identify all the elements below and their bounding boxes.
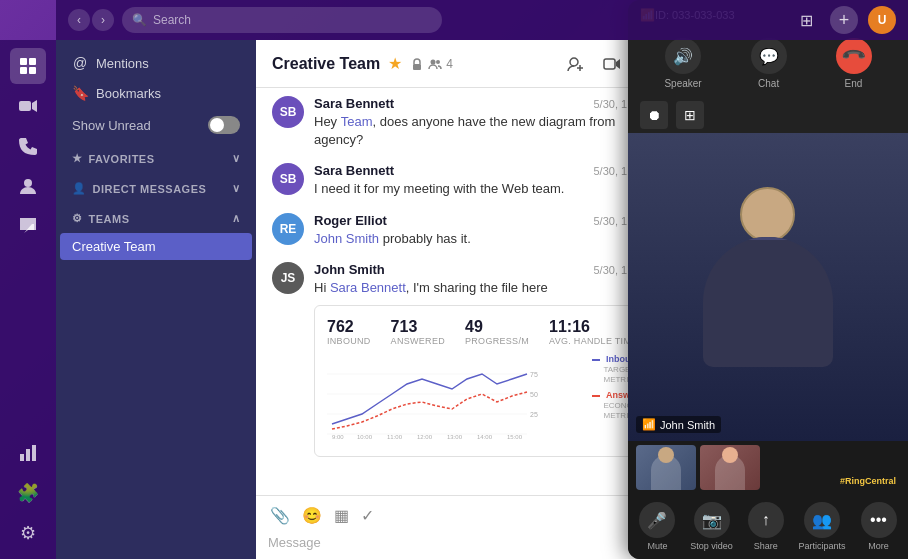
chat-button[interactable]: 💬 Chat: [751, 38, 787, 89]
avatar: SB: [272, 163, 304, 195]
chat-label: Chat: [758, 78, 779, 89]
active-team-label: Creative Team: [72, 239, 156, 254]
svg-rect-8: [26, 449, 30, 461]
speaker-button[interactable]: 🔊 Speaker: [664, 38, 701, 89]
share-button[interactable]: ↑ Share: [748, 502, 784, 551]
direct-messages-header[interactable]: 👤 DIRECT MESSAGES ∨: [60, 176, 252, 201]
add-icon[interactable]: +: [830, 6, 858, 34]
check-icon[interactable]: ✓: [359, 504, 376, 527]
emoji-icon[interactable]: 😊: [300, 504, 324, 527]
stop-video-icon: 📷: [694, 502, 730, 538]
grid-apps-icon[interactable]: ⊞: [792, 6, 820, 34]
stop-video-button[interactable]: 📷 Stop video: [690, 502, 733, 551]
nav-forward-button[interactable]: ›: [92, 9, 114, 31]
sidebar-item-phone[interactable]: [10, 128, 46, 164]
end-call-button[interactable]: 📞 End: [836, 38, 872, 89]
svg-point-6: [24, 179, 32, 187]
show-unread-toggle[interactable]: [208, 116, 240, 134]
thumb-person-2: [700, 445, 760, 490]
video-call-overlay: 📶 ID: 033-033-033 0:37 🔊 Speaker 💬 Chat …: [628, 0, 908, 559]
nav-back-button[interactable]: ‹: [68, 9, 90, 31]
speaker-label: Speaker: [664, 78, 701, 89]
person-body: [703, 237, 833, 367]
lock-icon: [410, 57, 424, 71]
message-input[interactable]: [268, 535, 666, 550]
svg-text:75: 75: [530, 371, 538, 378]
sender-name: Sara Bennett: [314, 96, 394, 111]
thumb-person-1: [636, 445, 696, 490]
sidebar-item-bookmarks[interactable]: 🔖 Bookmarks: [60, 79, 252, 107]
message-content: John Smith 5/30, 1:13 PM Hi Sara Bennett…: [314, 262, 662, 457]
person-head: [740, 187, 795, 242]
search-placeholder: Search: [153, 13, 191, 27]
sidebar-item-creative-team[interactable]: Creative Team: [60, 233, 252, 260]
gif-icon[interactable]: ▦: [332, 504, 351, 527]
record-button[interactable]: ⏺: [640, 101, 668, 129]
speaker-icon: 🔊: [665, 38, 701, 74]
message-text: John Smith probably has it.: [314, 230, 662, 248]
attachment-icon[interactable]: 📎: [268, 504, 292, 527]
thumbnail-2[interactable]: [700, 445, 760, 490]
stat-value: 11:16: [549, 318, 638, 336]
sidebar-item-contacts[interactable]: [10, 168, 46, 204]
table-row: SB Sara Bennett 5/30, 1:13 PM Hey Team, …: [272, 96, 662, 149]
messages-area: SB Sara Bennett 5/30, 1:13 PM Hey Team, …: [256, 88, 678, 495]
sender-name: John Smith: [314, 262, 385, 277]
svg-text:15:00: 15:00: [507, 434, 523, 439]
sidebar-item-activity[interactable]: [10, 48, 46, 84]
thumb-head-2: [722, 447, 738, 463]
member-count: 4: [446, 57, 453, 71]
mute-label: Mute: [647, 541, 667, 551]
stat-label: INBOUND: [327, 336, 371, 346]
sidebar-item-messages[interactable]: [10, 208, 46, 244]
svg-text:12:00: 12:00: [417, 434, 433, 439]
add-member-icon[interactable]: [562, 50, 590, 78]
mention: John Smith: [314, 231, 379, 246]
layout-button[interactable]: ⊞: [676, 101, 704, 129]
stat-label: AVG. HANDLE TIME: [549, 336, 638, 346]
sidebar-item-apps[interactable]: 🧩: [10, 475, 46, 511]
video-thumbnails: #RingCentral: [628, 441, 908, 494]
favorite-star-icon[interactable]: ★: [388, 54, 402, 73]
mute-button[interactable]: 🎤 Mute: [639, 502, 675, 551]
mute-icon: 🎤: [639, 502, 675, 538]
share-label: Share: [754, 541, 778, 551]
avatar: JS: [272, 262, 304, 294]
thumb-silhouette-1: [651, 455, 681, 490]
favorites-header[interactable]: ★ FAVORITES ∨: [60, 146, 252, 171]
stat-label: ANSWERED: [391, 336, 445, 346]
svg-text:13:00: 13:00: [447, 434, 463, 439]
chart-visualization: 75 50 25 9:00 10:00: [327, 354, 649, 444]
message-text: Hi Sara Bennett, I'm sharing the file he…: [314, 279, 662, 297]
search-bar[interactable]: 🔍 Search: [122, 7, 442, 33]
nav-arrows: ‹ ›: [68, 9, 114, 31]
sender-name: Roger Elliot: [314, 213, 387, 228]
svg-point-11: [431, 59, 436, 64]
call-bottom-controls: 🎤 Mute 📷 Stop video ↑ Share 👥 Participan…: [628, 494, 908, 559]
sidebar: @ Mentions 🔖 Bookmarks Show Unread ★ FAV…: [56, 40, 256, 559]
chart-stat-inbound: 762 INBOUND: [327, 318, 371, 346]
stat-value: 49: [465, 318, 529, 336]
message-header: Sara Bennett 5/30, 1:13 PM: [314, 163, 662, 178]
participants-icon: 👥: [804, 502, 840, 538]
main-chat-area: Creative Team ★ 4 •••: [256, 40, 678, 559]
chat-input-area: 📎 😊 ▦ ✓: [256, 495, 678, 559]
svg-rect-9: [32, 445, 36, 461]
sidebar-item-analytics[interactable]: [10, 435, 46, 471]
participants-button[interactable]: 👥 Participants: [799, 502, 846, 551]
sidebar-item-settings[interactable]: ⚙: [10, 515, 46, 551]
answered-dot: [592, 395, 600, 397]
message-content: Sara Bennett 5/30, 1:13 PM I need it for…: [314, 163, 662, 198]
more-button[interactable]: ••• More: [861, 502, 897, 551]
chart-stat-answered: 713 ANSWERED: [391, 318, 445, 346]
star-icon: ★: [72, 152, 83, 165]
more-icon: •••: [861, 502, 897, 538]
thumbnail-1[interactable]: [636, 445, 696, 490]
user-avatar[interactable]: U: [868, 6, 896, 34]
stat-label: PROGRESS/M: [465, 336, 529, 346]
sidebar-item-video[interactable]: [10, 88, 46, 124]
video-call-icon[interactable]: [598, 50, 626, 78]
teams-header[interactable]: ⚙ TEAMS ∧: [60, 206, 252, 231]
sidebar-item-mentions[interactable]: @ Mentions: [60, 49, 252, 77]
message-content: Roger Elliot 5/30, 1:13 PM John Smith pr…: [314, 213, 662, 248]
